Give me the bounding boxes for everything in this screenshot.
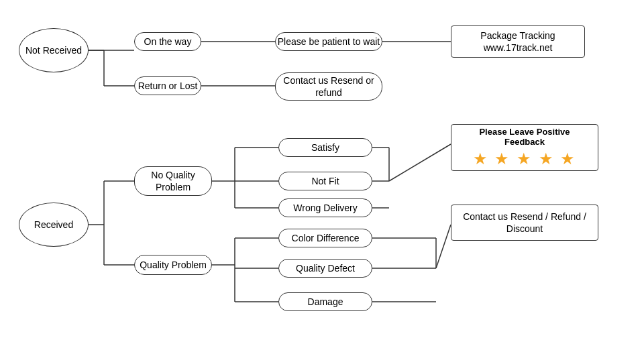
svg-line-25	[389, 144, 451, 181]
satisfy-node: Satisfy	[278, 138, 372, 157]
package-tracking-node: Package Tracking www.17track.net	[451, 25, 585, 58]
on-the-way-node: On the way	[134, 32, 201, 51]
feedback-title: Please Leave Positive Feedback	[458, 127, 591, 147]
contact-us-refund-node: Contact us Resend / Refund / Discount	[451, 205, 598, 241]
quality-problem-node: Quality Problem	[134, 255, 212, 275]
please-be-patient-node: Please be patient to wait	[275, 32, 382, 51]
svg-line-30	[436, 225, 451, 268]
return-or-lost-node: Return or Lost	[134, 76, 201, 95]
color-difference-node: Color Difference	[278, 229, 372, 247]
not-received-node: Not Received	[19, 28, 89, 72]
received-node: Received	[19, 203, 89, 247]
feedback-box: Please Leave Positive Feedback ★ ★ ★ ★ ★	[451, 124, 598, 171]
diagram: Not Received On the way Please be patien…	[0, 0, 644, 344]
wrong-delivery-node: Wrong Delivery	[278, 198, 372, 217]
damage-node: Damage	[278, 292, 372, 311]
contact-us-resend-node: Contact us Resend or refund	[275, 72, 382, 101]
no-quality-problem-node: No Quality Problem	[134, 166, 212, 196]
quality-defect-node: Quality Defect	[278, 259, 372, 278]
not-fit-node: Not Fit	[278, 172, 372, 190]
stars-display: ★ ★ ★ ★ ★	[473, 150, 577, 168]
